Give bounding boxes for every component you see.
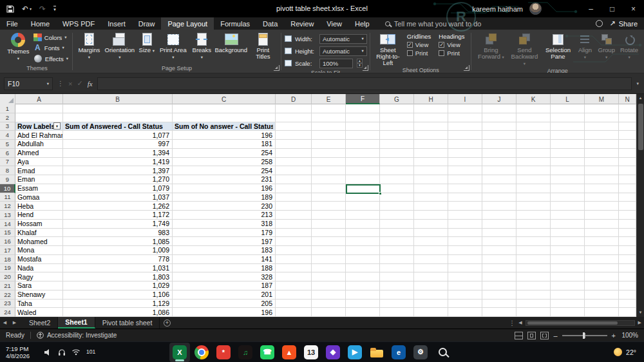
grid-cell-A17[interactable]: Mona — [15, 246, 63, 255]
grid-cell-D4[interactable] — [276, 131, 312, 140]
grid-cell-E15[interactable] — [312, 229, 346, 238]
grid-cell-K7[interactable] — [516, 158, 551, 167]
vertical-scrollbar-thumb[interactable] — [638, 104, 643, 150]
grid-cell-H20[interactable] — [414, 272, 448, 281]
grid-cell-G14[interactable] — [380, 220, 414, 229]
grid-cell-B21[interactable]: 1,029 — [63, 281, 173, 291]
grid-cell-H4[interactable] — [414, 131, 448, 140]
grid-cell-K11[interactable] — [516, 193, 551, 202]
grid-cell-B8[interactable]: 1,397 — [63, 166, 173, 175]
grid-cell-F11[interactable] — [346, 193, 380, 202]
grid-cell-I2[interactable] — [448, 113, 482, 122]
grid-cell-I8[interactable] — [448, 166, 482, 175]
sheet-tab-sheet1[interactable]: Sheet1 — [58, 317, 95, 329]
grid-cell-L23[interactable] — [551, 300, 585, 309]
breaks-button[interactable]: Breaks ▾ — [189, 31, 214, 61]
grid-cell-B3[interactable]: Sum of Answered - Call Status — [63, 122, 173, 131]
width-select[interactable]: Automatic▾ — [319, 34, 367, 44]
scroll-up-icon[interactable]: ▲ — [639, 94, 643, 102]
grid-cell-D23[interactable] — [276, 300, 312, 309]
grid-cell-N7[interactable] — [619, 158, 636, 167]
column-header-K[interactable]: K — [516, 94, 551, 104]
grid-cell-M14[interactable] — [585, 220, 619, 229]
select-all-button[interactable] — [0, 94, 15, 104]
grid-cell-G20[interactable] — [380, 272, 414, 281]
grid-cell-F7[interactable] — [346, 158, 380, 167]
grid-cell-B17[interactable]: 1,009 — [63, 246, 173, 255]
grid-cell-H22[interactable] — [414, 291, 448, 300]
grid-cell-N4[interactable] — [619, 131, 636, 140]
grid-cell-B20[interactable]: 1,803 — [63, 272, 173, 281]
grid-cell-N20[interactable] — [619, 272, 636, 281]
grid-cell-F14[interactable] — [346, 220, 380, 229]
grid-cell-N22[interactable] — [619, 291, 636, 300]
background-button[interactable]: Background — [214, 31, 248, 53]
calendar-taskbar-button[interactable]: 13 — [301, 343, 321, 362]
grid-cell-N2[interactable] — [619, 113, 636, 122]
grid-cell-K21[interactable] — [516, 281, 551, 291]
grid-cell-I13[interactable] — [448, 211, 482, 220]
qat-customize-button[interactable]: ▾ — [53, 6, 56, 12]
themes-button[interactable]: Themes ▾ — [5, 31, 32, 62]
row-header-9[interactable]: 9 — [0, 175, 15, 184]
grid-cell-L3[interactable] — [551, 122, 585, 131]
grid-cell-H7[interactable] — [414, 158, 448, 167]
grid-cell-A24[interactable]: Waled — [15, 308, 63, 317]
namebox-splitter[interactable]: ⋮ — [57, 80, 64, 87]
grid-cell-J8[interactable] — [482, 166, 516, 175]
ribbon-tab-insert[interactable]: Insert — [101, 17, 132, 30]
zoom-level[interactable]: 100% — [620, 332, 638, 339]
grid-cell-F15[interactable] — [346, 229, 380, 238]
grid-cell-C14[interactable]: 318 — [173, 220, 276, 229]
grid-cell-D5[interactable] — [276, 140, 312, 149]
red-app-taskbar-button[interactable]: * — [213, 343, 234, 362]
ribbon-tab-page-layout[interactable]: Page Layout — [161, 17, 214, 30]
grid-cell-M22[interactable] — [585, 291, 619, 300]
column-header-F[interactable]: F — [346, 94, 380, 104]
grid-cell-F4[interactable] — [346, 131, 380, 140]
grid-cell-A23[interactable]: Taha — [15, 300, 63, 309]
grid-cell-E3[interactable] — [312, 122, 346, 131]
grid-cell-C13[interactable]: 213 — [173, 211, 276, 220]
grid-cell-E17[interactable] — [312, 246, 346, 255]
grid-cell-C5[interactable]: 181 — [173, 140, 276, 149]
grid-cell-D19[interactable] — [276, 264, 312, 273]
grid-cell-C4[interactable]: 196 — [173, 131, 276, 140]
grid-cell-C8[interactable]: 254 — [173, 166, 276, 175]
grid-cell-G23[interactable] — [380, 300, 414, 309]
close-button[interactable]: × — [623, 0, 644, 17]
grid-cell-E11[interactable] — [312, 193, 346, 202]
grid-cell-M24[interactable] — [585, 308, 619, 317]
column-header-N[interactable]: N — [619, 94, 636, 104]
grid-cell-N11[interactable] — [619, 193, 636, 202]
row-header-21[interactable]: 21 — [0, 281, 15, 291]
grid-cell-B22[interactable]: 1,106 — [63, 291, 173, 300]
grid-cell-C16[interactable]: 197 — [173, 237, 276, 246]
grid-cell-J23[interactable] — [482, 300, 516, 309]
grid-cell-I19[interactable] — [448, 264, 482, 273]
grid-cell-H19[interactable] — [414, 264, 448, 273]
grid-cell-J22[interactable] — [482, 291, 516, 300]
grid-cell-J7[interactable] — [482, 158, 516, 167]
grid-cell-B11[interactable]: 1,037 — [63, 193, 173, 202]
grid-cell-D17[interactable] — [276, 246, 312, 255]
grid-cell-E20[interactable] — [312, 272, 346, 281]
grid-cell-N18[interactable] — [619, 255, 636, 264]
grid-cell-G11[interactable] — [380, 193, 414, 202]
grid-cell-E14[interactable] — [312, 220, 346, 229]
print-area-button[interactable]: Print Area ▾ — [157, 31, 189, 61]
grid-cell-E10[interactable] — [312, 184, 346, 193]
row-header-18[interactable]: 18 — [0, 255, 15, 264]
row-header-8[interactable]: 8 — [0, 166, 15, 175]
gridlines-print-checkbox[interactable]: Print — [407, 50, 431, 57]
ribbon-tab-file[interactable]: File — [0, 17, 24, 30]
grid-cell-G22[interactable] — [380, 291, 414, 300]
row-header-15[interactable]: 15 — [0, 229, 15, 238]
grid-cell-M10[interactable] — [585, 184, 619, 193]
grid-cell-N21[interactable] — [619, 281, 636, 291]
grid-cell-D24[interactable] — [276, 308, 312, 317]
grid-cell-N19[interactable] — [619, 264, 636, 273]
grid-cell-D1[interactable] — [276, 104, 312, 113]
ribbon-tab-formulas[interactable]: Formulas — [214, 17, 256, 30]
column-header-H[interactable]: H — [414, 94, 448, 104]
